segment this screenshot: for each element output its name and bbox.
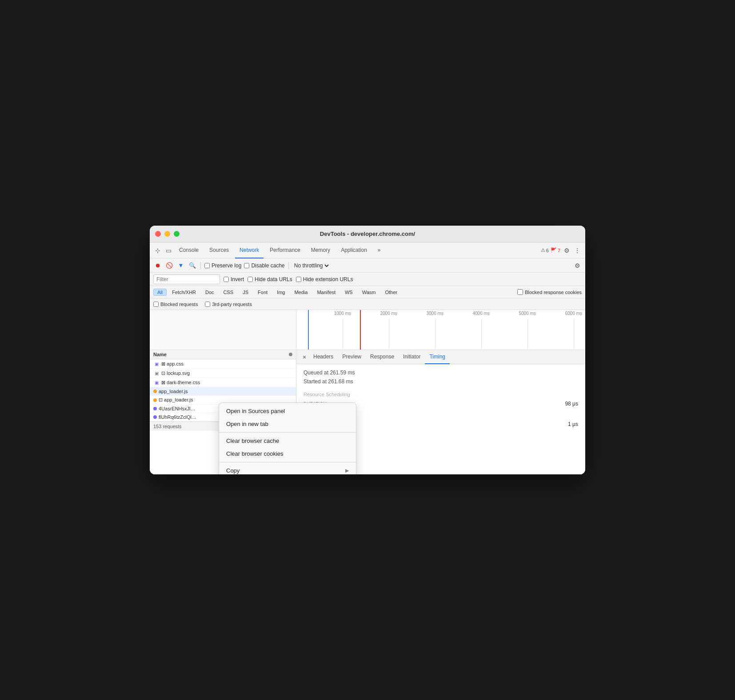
type-media[interactable]: Media xyxy=(290,289,312,296)
filter-icon[interactable]: ▼ xyxy=(176,261,185,270)
topnav: ⊹ ▭ Console Sources Network Performance … xyxy=(150,243,585,259)
third-party-requests-text: 3rd-party requests xyxy=(212,302,252,307)
type-ws[interactable]: WS xyxy=(341,289,357,296)
timeline-vline-5 xyxy=(527,318,528,350)
status-dot xyxy=(289,353,292,356)
typebar: All Fetch/XHR Doc CSS JS Font Img Media … xyxy=(150,286,585,298)
tab-response[interactable]: Response xyxy=(366,350,399,364)
preserve-log-label: Preserve log xyxy=(204,262,241,269)
hide-extension-urls-label: Hide extension URLs xyxy=(296,276,353,282)
type-manifest[interactable]: Manifest xyxy=(313,289,340,296)
js-dot xyxy=(153,390,157,393)
filter-input[interactable] xyxy=(153,274,220,284)
request-count: 153 requests xyxy=(153,424,182,429)
list-item[interactable]: ▣ ⊠ dark-theme.css xyxy=(150,378,296,387)
devtools-window: DevTools - developer.chrome.com/ ⊹ ▭ Con… xyxy=(150,226,585,474)
blocked-cookies-label: Blocked response cookies xyxy=(517,289,582,295)
divider1 xyxy=(200,262,201,269)
context-menu: Open in Sources panel Open in new tab Cl… xyxy=(219,402,356,474)
type-css[interactable]: CSS xyxy=(220,289,238,296)
type-fetch-xhr[interactable]: Fetch/XHR xyxy=(168,289,200,296)
timeline-red-line xyxy=(360,310,361,350)
maximize-button[interactable] xyxy=(174,231,180,237)
ctx-clear-cookies[interactable]: Clear browser cookies xyxy=(219,447,356,460)
more-icon[interactable]: ⋮ xyxy=(573,246,582,255)
record-button[interactable]: ⏺ xyxy=(153,261,162,270)
tab-initiator[interactable]: Initiator xyxy=(399,350,425,364)
disable-cache-checkbox[interactable] xyxy=(244,263,249,268)
close-detail-button[interactable]: × xyxy=(300,353,309,362)
invert-checkbox[interactable] xyxy=(224,277,229,282)
third-party-requests-checkbox[interactable] xyxy=(205,302,210,307)
traffic-lights xyxy=(155,231,180,237)
timeline-lines xyxy=(296,310,585,350)
file-name: ⊠ app.css xyxy=(161,361,292,367)
network-settings-icon[interactable]: ⚙ xyxy=(573,261,582,270)
timeline-right: 1000 ms 2000 ms 3000 ms 4000 ms 5000 ms … xyxy=(296,310,585,350)
blocked-cookies-checkbox[interactable] xyxy=(517,289,523,295)
js-dot-purple xyxy=(153,415,157,419)
tab-memory[interactable]: Memory xyxy=(307,243,335,259)
blocked-cookies-text: Blocked response cookies xyxy=(525,290,582,295)
ctx-sep-1 xyxy=(219,432,356,433)
extrabar: Blocked requests 3rd-party requests xyxy=(150,298,585,310)
tab-sources[interactable]: Sources xyxy=(205,243,233,259)
timeline-vline-2 xyxy=(389,318,389,350)
tab-more[interactable]: » xyxy=(373,243,385,259)
type-other[interactable]: Other xyxy=(381,289,401,296)
file-name: ⊠ dark-theme.css xyxy=(161,380,292,386)
file-name: app_loader.js xyxy=(159,389,292,394)
blocked-requests-checkbox[interactable] xyxy=(153,302,159,307)
js-dot-purple xyxy=(153,407,157,410)
main-area: Name ▣ ⊠ app.css ▣ ⊡ lockup.svg ▣ ⊠ dark… xyxy=(150,350,585,474)
window-title: DevTools - developer.chrome.com/ xyxy=(320,231,415,237)
list-item[interactable]: ▣ ⊡ lockup.svg xyxy=(150,369,296,378)
throttle-select[interactable]: No throttling xyxy=(292,262,330,269)
timeline-label-3: 3000 ms xyxy=(427,311,443,316)
list-item[interactable]: ▣ ⊠ app.css xyxy=(150,359,296,369)
file-name: ⊡ lockup.svg xyxy=(161,370,292,376)
css-icon: ▣ xyxy=(153,379,160,386)
titlebar: DevTools - developer.chrome.com/ xyxy=(150,226,585,243)
timeline-label-5: 5000 ms xyxy=(519,311,536,316)
tab-headers[interactable]: Headers xyxy=(309,350,338,364)
divider2 xyxy=(288,262,289,269)
tab-network[interactable]: Network xyxy=(235,243,264,259)
ctx-open-sources[interactable]: Open in Sources panel xyxy=(219,405,356,418)
device-icon[interactable]: ▭ xyxy=(164,246,173,255)
file-list-header: Name xyxy=(150,350,296,359)
ctx-clear-cache[interactable]: Clear browser cache xyxy=(219,434,356,447)
tab-performance[interactable]: Performance xyxy=(265,243,305,259)
tab-console[interactable]: Console xyxy=(175,243,203,259)
hide-extension-urls-text: Hide extension URLs xyxy=(303,276,353,282)
list-item-selected[interactable]: app_loader.js xyxy=(150,387,296,396)
tab-timing[interactable]: Timing xyxy=(425,350,450,364)
ctx-open-tab[interactable]: Open in new tab xyxy=(219,418,356,430)
type-js[interactable]: JS xyxy=(239,289,252,296)
css-icon: ▣ xyxy=(153,361,160,367)
settings-icon[interactable]: ⚙ xyxy=(562,246,571,255)
search-icon[interactable]: 🔍 xyxy=(188,261,197,270)
type-font[interactable]: Font xyxy=(254,289,272,296)
ctx-open-tab-label: Open in new tab xyxy=(226,421,268,427)
timeline-label-6: 6000 ms xyxy=(565,311,582,316)
type-all[interactable]: All xyxy=(153,289,167,296)
ctx-copy-arrow: ▶ xyxy=(345,468,349,473)
type-doc[interactable]: Doc xyxy=(201,289,218,296)
preserve-log-checkbox[interactable] xyxy=(204,263,210,268)
type-img[interactable]: Img xyxy=(273,289,289,296)
hide-extension-urls-checkbox[interactable] xyxy=(296,277,301,282)
nav-right: ⚠ 6 🚩 7 ⚙ ⋮ xyxy=(541,246,582,255)
type-wasm[interactable]: Wasm xyxy=(358,289,380,296)
ctx-copy[interactable]: Copy ▶ xyxy=(219,464,356,474)
tab-application[interactable]: Application xyxy=(336,243,371,259)
hide-data-urls-checkbox[interactable] xyxy=(248,277,253,282)
clear-button[interactable]: 🚫 xyxy=(165,261,174,270)
minimize-button[interactable] xyxy=(164,231,170,237)
close-button[interactable] xyxy=(155,231,161,237)
tab-preview[interactable]: Preview xyxy=(338,350,366,364)
detail-tabs: × Headers Preview Response Initiator Tim… xyxy=(296,350,585,364)
third-party-requests-label: 3rd-party requests xyxy=(205,302,252,307)
inspect-icon[interactable]: ⊹ xyxy=(153,246,162,255)
timeline-blue-line xyxy=(308,310,309,350)
